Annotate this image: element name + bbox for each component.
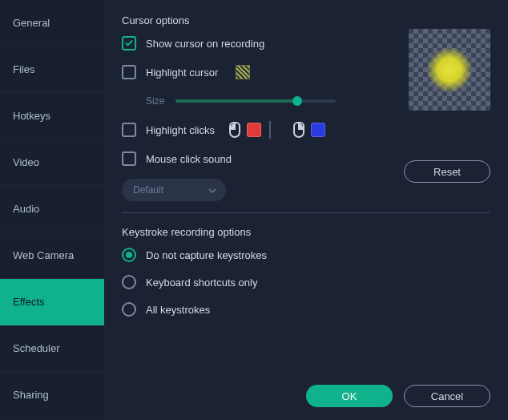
slider-thumb[interactable] [292, 96, 302, 106]
sidebar-item-scheduler[interactable]: Scheduler [0, 325, 104, 372]
reset-button[interactable]: Reset [404, 160, 490, 183]
chevron-down-icon [208, 184, 216, 196]
radio-do-not-capture-label: Do not capture keystrokes [146, 249, 267, 261]
cancel-button[interactable]: Cancel [404, 385, 490, 407]
radio-do-not-capture[interactable] [122, 248, 136, 262]
sidebar-item-effects[interactable]: Effects [0, 279, 104, 325]
left-click-color[interactable] [247, 123, 261, 137]
highlight-cursor-checkbox[interactable] [122, 65, 136, 79]
keystroke-options-title: Keystroke recording options [122, 226, 490, 238]
show-cursor-checkbox[interactable] [122, 36, 136, 50]
sidebar-item-general[interactable]: General [0, 0, 104, 46]
slider-fill [175, 99, 297, 103]
app-root: General Files Hotkeys Video Audio Web Ca… [0, 0, 508, 420]
sidebar-item-web-camera[interactable]: Web Camera [0, 232, 104, 279]
sidebar: General Files Hotkeys Video Audio Web Ca… [0, 0, 104, 420]
sidebar-item-sharing[interactable]: Sharing [0, 372, 104, 418]
mouse-click-sound-checkbox[interactable] [122, 151, 136, 166]
highlight-cursor-label: Highlight cursor [146, 67, 218, 79]
check-icon [124, 38, 134, 48]
radio-all-keystrokes-row: All keystrokes [122, 301, 490, 318]
highlight-clicks-label: Highlight clicks [146, 124, 215, 136]
highlight-color-swatch[interactable] [236, 65, 250, 79]
highlight-clicks-checkbox[interactable] [122, 123, 136, 137]
radio-all-keystrokes[interactable] [122, 302, 136, 317]
mouse-right-icon [293, 122, 304, 138]
mouse-click-sound-label: Mouse click sound [146, 153, 232, 165]
highlight-clicks-row: Highlight clicks [122, 121, 490, 139]
sidebar-item-audio[interactable]: Audio [0, 186, 104, 232]
sound-dropdown-value: Default [133, 184, 163, 196]
show-cursor-label: Show cursor on recording [146, 38, 264, 50]
cursor-preview [409, 29, 490, 111]
preview-glow [426, 46, 473, 93]
cursor-options-title: Cursor options [122, 14, 490, 26]
radio-shortcuts-only[interactable] [122, 275, 136, 289]
divider [269, 121, 271, 139]
size-slider[interactable] [175, 99, 336, 103]
content-panel: Cursor options Show cursor on recording … [104, 0, 508, 420]
sidebar-item-hotkeys[interactable]: Hotkeys [0, 93, 104, 139]
radio-do-not-capture-row: Do not capture keystrokes [122, 246, 490, 264]
radio-shortcuts-only-label: Keyboard shortcuts only [146, 277, 257, 289]
ok-button[interactable]: OK [306, 385, 393, 407]
section-divider [122, 212, 490, 213]
mouse-left-icon [229, 122, 240, 138]
radio-all-keystrokes-label: All keystrokes [146, 304, 210, 316]
sidebar-item-files[interactable]: Files [0, 46, 104, 93]
size-label: Size [146, 95, 164, 107]
radio-shortcuts-only-row: Keyboard shortcuts only [122, 273, 490, 291]
sound-dropdown[interactable]: Default [122, 179, 226, 201]
footer: OK Cancel [306, 385, 490, 407]
right-click-color[interactable] [311, 123, 325, 137]
sidebar-item-video[interactable]: Video [0, 139, 104, 186]
